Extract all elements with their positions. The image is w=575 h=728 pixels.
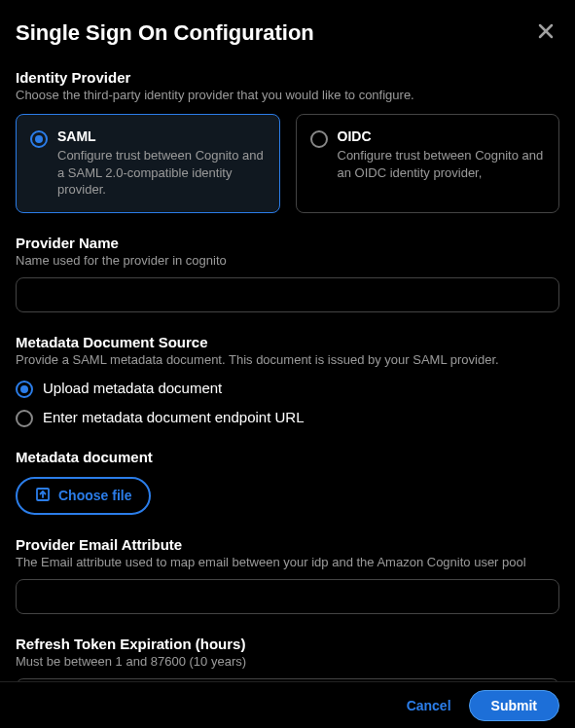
identity-provider-title: Identity Provider	[16, 69, 559, 86]
cancel-button[interactable]: Cancel	[407, 698, 451, 713]
choose-file-button[interactable]: Choose file	[16, 477, 151, 515]
provider-saml-desc: Configure trust between Cognito and a SA…	[57, 147, 266, 199]
provider-name-title: Provider Name	[16, 235, 559, 251]
provider-oidc-label: OIDC	[338, 128, 546, 144]
radio-saml[interactable]	[30, 130, 48, 148]
metadata-url-option[interactable]: Enter metadata document endpoint URL	[16, 408, 559, 427]
metadata-document-title: Metadata document	[16, 449, 559, 465]
email-attr-title: Provider Email Attribute	[16, 536, 559, 553]
provider-saml-label: SAML	[57, 128, 266, 144]
close-icon	[536, 21, 556, 44]
provider-name-subtitle: Name used for the provider in cognito	[16, 253, 559, 268]
provider-card-saml[interactable]: SAML Configure trust between Cognito and…	[16, 114, 280, 213]
token-expiration-title: Refresh Token Expiration (hours)	[16, 636, 559, 652]
email-attr-input[interactable]	[16, 579, 559, 614]
metadata-url-label: Enter metadata document endpoint URL	[43, 409, 305, 425]
metadata-upload-option[interactable]: Upload metadata document	[16, 379, 559, 398]
upload-icon	[35, 487, 51, 505]
provider-name-input[interactable]	[16, 277, 559, 312]
identity-provider-subtitle: Choose the third-party identity provider…	[16, 88, 559, 102]
email-attr-subtitle: The Email attribute used to map email be…	[16, 555, 559, 569]
modal-footer: Cancel Submit	[0, 681, 575, 728]
submit-button[interactable]: Submit	[469, 690, 559, 721]
radio-url[interactable]	[16, 410, 33, 427]
provider-oidc-desc: Configure trust between Cognito and an O…	[338, 147, 546, 181]
page-title: Single Sign On Configuration	[16, 20, 314, 46]
metadata-upload-label: Upload metadata document	[43, 380, 222, 396]
metadata-source-subtitle: Provide a SAML metadata document. This d…	[16, 352, 559, 367]
metadata-source-title: Metadata Document Source	[16, 334, 559, 350]
provider-card-oidc[interactable]: OIDC Configure trust between Cognito and…	[296, 114, 560, 213]
radio-upload[interactable]	[16, 381, 33, 398]
close-button[interactable]	[532, 18, 559, 48]
choose-file-label: Choose file	[58, 488, 131, 503]
token-expiration-subtitle: Must be between 1 and 87600 (10 years)	[16, 654, 559, 669]
radio-oidc[interactable]	[310, 130, 328, 148]
